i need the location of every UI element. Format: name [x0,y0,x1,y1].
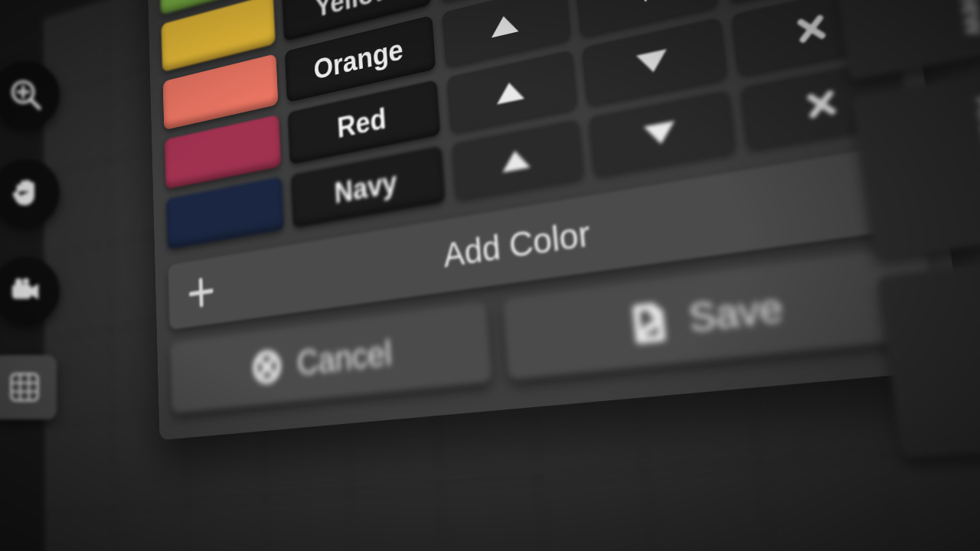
move-up-button[interactable] [442,0,570,67]
color-palette-panel: BlueGreenYellowOrangeRedNavy Add Color C… [145,0,968,440]
svg-line-22 [811,94,832,116]
svg-line-25 [262,361,271,373]
chevron-down-icon [644,121,677,147]
pan-hand-icon[interactable] [0,159,60,227]
move-up-button[interactable] [446,50,577,132]
close-icon [803,86,840,122]
chevron-up-icon [490,13,518,37]
side-tab-view[interactable]: View [837,0,980,80]
side-tab-an7[interactable]: AN7 Tools [852,67,980,259]
color-swatch[interactable] [166,177,284,249]
row-controls [452,57,908,200]
save-label: Save [687,285,786,341]
svg-line-26 [262,361,271,373]
svg-line-20 [801,18,822,40]
move-down-button[interactable] [575,0,719,37]
move-up-button[interactable] [452,119,584,200]
svg-point-6 [24,279,28,283]
close-icon [793,11,829,47]
svg-point-24 [255,352,279,383]
move-down-button[interactable] [588,90,737,176]
row-controls [442,0,885,67]
svg-line-1 [31,99,40,109]
chevron-up-icon [501,148,531,172]
svg-line-23 [811,94,832,116]
svg-rect-7 [11,374,38,401]
shading-grid-icon[interactable] [0,355,57,419]
viewport-tool-strip [0,61,60,419]
plus-icon [188,276,214,309]
svg-point-5 [16,279,22,285]
cancel-icon [250,347,283,387]
chevron-down-icon [636,49,669,75]
chevron-up-icon [495,80,524,104]
save-file-icon [626,299,671,347]
camera-icon[interactable] [0,257,60,324]
save-button[interactable]: Save [502,244,939,380]
chevron-down-icon [629,0,661,5]
svg-line-21 [801,18,822,40]
cancel-label: Cancel [296,333,393,383]
svg-rect-4 [13,285,31,298]
zoom-icon[interactable] [0,61,60,129]
